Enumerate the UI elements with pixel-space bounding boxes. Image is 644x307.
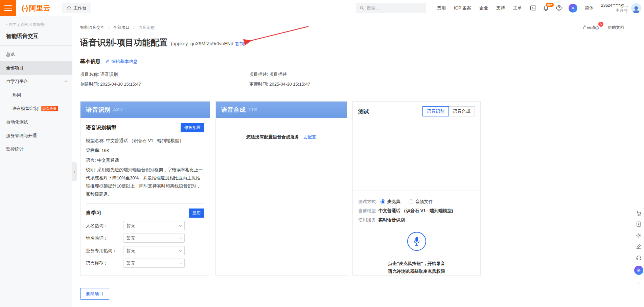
help-doc-link[interactable]: 帮助文档 — [608, 25, 624, 30]
microphone-icon — [412, 236, 421, 246]
test-card-title: 测试 — [358, 108, 369, 115]
menu-icp[interactable]: ICP 备案 — [454, 5, 471, 11]
apply-button[interactable]: 应用 — [189, 209, 204, 218]
sidebar-item-hotwords[interactable]: 热词 — [0, 88, 72, 102]
service-used-value: 实时语音识别 — [378, 217, 405, 223]
asr-sample-rate: 采样率: 16K — [86, 146, 204, 155]
tts-empty-text: 您还没有配置语音合成服务 — [246, 134, 299, 139]
project-desc-label: 项目描述: — [249, 72, 268, 77]
language-model-label: 语言模型： — [86, 260, 123, 266]
menu-enterprise[interactable]: 企业 — [479, 5, 488, 11]
language-switch[interactable]: 简体 — [585, 5, 594, 11]
tts-configure-link[interactable]: 去配置 — [303, 134, 316, 139]
sidebar-item-monitor[interactable]: 监控统计 — [0, 142, 72, 156]
product-news-link[interactable]: 产品动态 5 — [583, 25, 599, 30]
modify-config-button[interactable]: 修改配置 — [181, 123, 204, 132]
sidebar-item-self-learning[interactable]: 自学习平台 — [0, 75, 72, 88]
divider — [80, 95, 624, 95]
cloudshell-icon[interactable] — [530, 5, 536, 11]
tts-card-header: 语音合成 TTS — [216, 102, 347, 118]
test-tab-asr[interactable]: 语音识别 — [422, 106, 449, 116]
edit-basic-info-link[interactable]: 编辑基本信息 — [105, 59, 138, 65]
asr-model-name: 模型名称: 中文普通话 （识音石 V1 - 端到端模型） — [86, 136, 204, 145]
ai-assistant-float-icon[interactable]: ✳ — [634, 266, 643, 275]
page-title: 语音识别-项目功能配置 — [80, 37, 167, 48]
asr-model-section-title: 语音识别模型 — [86, 125, 116, 131]
free-badge: 永久免费 — [41, 106, 58, 111]
breadcrumb-current: 语音识别 — [138, 25, 155, 30]
sidebar-item-all-projects[interactable]: 全部项目 — [0, 61, 72, 75]
main-content: 智能语音交互 / 全部项目 / 语音识别 产品动态 5 帮助文档 语音识别-项目… — [72, 16, 633, 307]
account-role: 主账号 — [601, 8, 628, 13]
search-box[interactable] — [356, 3, 426, 13]
ai-assistant-icon[interactable]: ✳ — [569, 4, 577, 13]
divider — [86, 203, 204, 204]
created-label: 创建时间: — [80, 82, 99, 87]
menu-expenses[interactable]: 费用 — [437, 5, 446, 11]
self-learning-title: 自学习 — [86, 210, 101, 216]
sidebar-back-link[interactable]: ‹ 阿里灵杰AI开放服务 — [0, 16, 72, 29]
radio-microphone[interactable] — [381, 199, 385, 204]
menu-support[interactable]: 支持 — [496, 5, 505, 11]
support-headset-icon[interactable] — [636, 255, 642, 261]
notification-badge: 99+ — [546, 2, 554, 7]
sidebar-item-service-mgmt[interactable]: 服务管理与开通 — [0, 129, 72, 142]
hamburger-menu-button[interactable] — [0, 0, 16, 16]
radio-microphone-label[interactable]: 麦克风 — [387, 199, 400, 205]
aliyun-logo-icon: (-) — [22, 4, 28, 12]
settings-gear-icon[interactable] — [636, 232, 642, 238]
account-info[interactable]: 23624*****@... 主账号 — [601, 3, 628, 13]
topbar-menu: 费用 ICP 备案 企业 支持 工单 — [437, 5, 522, 11]
language-model-select[interactable]: 暂无 — [123, 259, 185, 268]
basic-info-grid: 项目名称: 语音识别 项目描述: 项目描述 创建时间: 2025-04-30 1… — [80, 71, 624, 87]
person-hotword-select[interactable]: 暂无 — [123, 221, 185, 230]
sidebar-item-auto-test[interactable]: 自动化测试 — [0, 115, 72, 129]
tts-card-title: 语音合成 — [221, 106, 246, 114]
chevron-down-icon — [179, 261, 182, 264]
menu-tickets[interactable]: 工单 — [513, 5, 522, 11]
test-card: 测试 语音识别 语音合成 测试方式: 麦克风 音频文件 当前模型: — [352, 101, 481, 276]
test-tab-tts[interactable]: 语音合成 — [448, 106, 475, 116]
radio-audio-file-label[interactable]: 音频文件 — [415, 199, 433, 205]
pencil-icon — [105, 59, 110, 64]
place-hotword-label: 地名热词： — [86, 235, 123, 241]
search-input[interactable] — [367, 5, 417, 10]
sidebar-item-lm-custom[interactable]: 语言模型定制 永久免费 — [0, 102, 72, 115]
avatar[interactable] — [631, 3, 641, 13]
api-doc-icon[interactable] — [636, 221, 642, 227]
sidebar-title: 智能语音交互 — [0, 29, 72, 46]
feedback-pencil-icon[interactable] — [636, 243, 642, 249]
aliyun-logo[interactable]: (-) 阿里云 — [22, 3, 50, 13]
chevron-up-icon — [64, 81, 68, 84]
chevron-down-icon — [179, 223, 182, 227]
sidebar-collapse-handle[interactable]: ‹ — [72, 162, 77, 181]
appkey-copy-link[interactable]: 复制 — [235, 41, 244, 46]
created-value: 2025-04-30 15:15:47 — [100, 82, 141, 87]
place-hotword-select[interactable]: 暂无 — [123, 234, 185, 243]
delete-project-button[interactable]: 删除项目 — [80, 288, 109, 300]
tts-card: 语音合成 TTS 您还没有配置语音合成服务 去配置 — [215, 101, 347, 276]
breadcrumb-all-projects[interactable]: 全部项目 — [113, 25, 130, 30]
sidebar-item-overview[interactable]: 总览 — [0, 48, 72, 61]
breadcrumb: 智能语音交互 / 全部项目 / 语音识别 — [80, 25, 155, 30]
radio-audio-file[interactable] — [409, 199, 413, 204]
current-model-value: 中文普通话 （识音石 V1 - 端到端模型) — [378, 208, 453, 214]
cart-icon[interactable] — [636, 210, 642, 216]
help-icon[interactable] — [556, 5, 562, 11]
workbench-label: 工作台 — [73, 5, 87, 11]
notification-bell-icon[interactable]: 99+ — [543, 5, 549, 11]
microphone-button[interactable] — [407, 232, 426, 251]
tts-card-tag: TTS — [248, 107, 257, 112]
project-name-label: 项目名称: — [80, 72, 99, 77]
asr-description: 说明: 采用最先进的端到端语音识别框架，字错误率相比上一代系统相对下降10%至3… — [86, 166, 204, 198]
chevron-down-icon — [179, 236, 182, 239]
project-desc-value: 项目描述 — [269, 72, 287, 77]
asr-language: 语言: 中文普通话 — [86, 156, 204, 165]
business-hotword-select[interactable]: 暂无 — [123, 246, 185, 255]
rail-expand-icon[interactable]: › — [636, 280, 642, 286]
breadcrumb-speech-interaction[interactable]: 智能语音交互 — [80, 25, 105, 30]
chevron-down-icon — [179, 248, 182, 252]
service-used-label: 使用服务: — [358, 217, 377, 223]
project-name-value: 语音识别 — [100, 72, 118, 77]
workbench-button[interactable]: 工作台 — [62, 3, 91, 13]
